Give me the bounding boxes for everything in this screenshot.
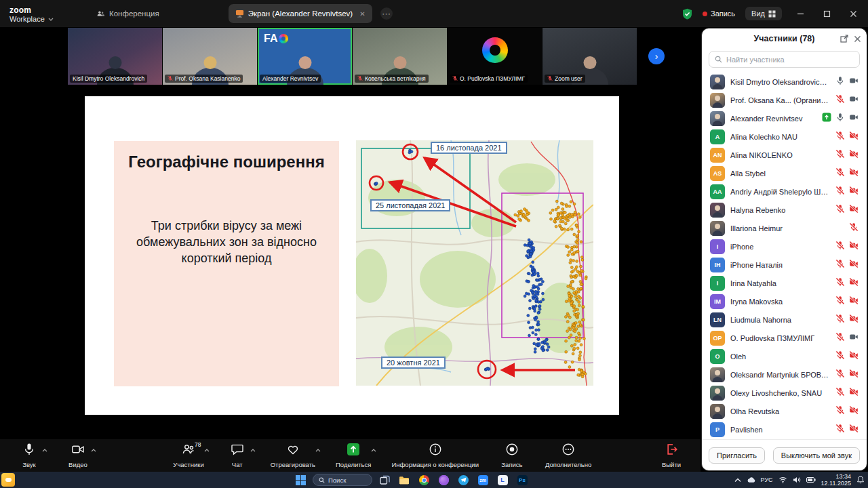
volume-icon[interactable] xyxy=(793,476,801,483)
mic-toolbar-button[interactable]: Звук xyxy=(14,439,45,472)
taskbar-search[interactable]: Поиск xyxy=(313,474,372,486)
participant-row[interactable]: IHiPhone Наталія xyxy=(706,256,863,274)
participant-row[interactable]: Illariona Heimur xyxy=(706,219,863,237)
chevron-up-icon[interactable] xyxy=(315,443,321,455)
zoom-control-toolbar: ЗвукВидео 78УчастникиЧатОтреагироватьПод… xyxy=(0,439,701,472)
participant-row[interactable]: AAAndriy Андрій Shelepylo Шелепило xyxy=(706,182,863,201)
participant-avatar xyxy=(710,404,725,419)
popout-icon[interactable] xyxy=(840,35,848,43)
chrome-taskbar-icon[interactable] xyxy=(416,472,431,487)
participants-panel-title: Участники (78) xyxy=(754,34,815,43)
tab-conference[interactable]: Конференция xyxy=(90,4,166,23)
participant-row[interactable]: IMIryna Makovska xyxy=(706,292,863,310)
next-participants-button[interactable]: › xyxy=(648,48,665,64)
chevron-up-icon[interactable] xyxy=(371,443,376,455)
tray-expand-icon[interactable] xyxy=(734,478,741,483)
participant-row[interactable]: Prof. Oksana Ka... (Организатор) xyxy=(706,91,863,109)
participant-avatar xyxy=(710,386,725,401)
chat-icon xyxy=(231,443,244,459)
chevron-up-icon[interactable] xyxy=(42,443,47,455)
people-toolbar-button[interactable]: 78Участники xyxy=(170,439,206,472)
participant-row[interactable]: Oleksandr Martyniuk БРОВАФАРМА xyxy=(706,365,863,384)
view-label: Вид xyxy=(751,9,765,18)
participant-row[interactable]: OPO. Pudlovska ПЗМУЛІМГ xyxy=(706,329,863,347)
participant-row[interactable]: Alexander Revnivtsev xyxy=(706,109,863,127)
chevron-up-icon[interactable] xyxy=(91,443,96,455)
more-toolbar-button[interactable]: Дополнительно xyxy=(542,439,594,472)
chevron-up-icon[interactable] xyxy=(204,443,210,455)
record-toolbar-button[interactable]: Запись xyxy=(496,439,528,472)
workplace-logo-text: Workplace xyxy=(9,16,45,24)
clock[interactable]: 13:34 12.11.2025 xyxy=(821,473,851,487)
tile-name-label: Kisil Dmytro Oleksandrovich xyxy=(70,75,147,83)
participant-row[interactable]: Olha Revutska xyxy=(706,402,863,420)
language-indicator[interactable]: РУС xyxy=(761,476,773,483)
video-toolbar-button[interactable]: Видео xyxy=(62,439,94,472)
video-tile[interactable]: FAAlexander Revnivtsev xyxy=(258,28,352,85)
video-tile[interactable]: Zoom user xyxy=(542,28,637,85)
search-input[interactable] xyxy=(726,56,854,64)
battery-icon[interactable] xyxy=(806,477,816,483)
folder-taskbar-icon[interactable] xyxy=(397,472,412,487)
close-tab-icon[interactable]: ✕ xyxy=(359,10,365,18)
start-taskbar-icon[interactable] xyxy=(293,472,308,487)
video-icon xyxy=(71,443,85,459)
recording-indicator[interactable]: Запись xyxy=(703,9,735,18)
chevron-up-icon[interactable] xyxy=(250,443,256,455)
wifi-icon[interactable] xyxy=(778,476,787,483)
participant-name: Irina Natyahla xyxy=(730,279,830,287)
security-shield-icon[interactable] xyxy=(682,8,692,20)
mute-my-audio-button[interactable]: Выключить мой звук xyxy=(773,447,860,464)
close-panel-icon[interactable] xyxy=(854,35,861,43)
leave-toolbar-button[interactable]: Выйти xyxy=(656,439,687,472)
video-tile[interactable]: Kisil Dmytro Oleksandrovich xyxy=(68,28,162,85)
participant-row[interactable]: OOleh xyxy=(706,347,863,365)
participant-status-icons xyxy=(835,167,859,180)
participant-avatar: I xyxy=(710,276,725,291)
media-taskbar-icon[interactable] xyxy=(436,472,451,487)
participant-row[interactable]: ANAlina NIKOLENKO xyxy=(706,146,863,164)
video-tile[interactable]: Ковельська ветлікарня xyxy=(353,28,447,85)
invite-button[interactable]: Пригласить xyxy=(709,447,765,464)
info-toolbar-button[interactable]: Информация о конференции xyxy=(389,439,481,472)
participant-row[interactable]: Kisil Dmytro Oleksandrovich (Я) xyxy=(706,73,863,91)
minimize-button[interactable] xyxy=(792,5,808,22)
docs-taskbar-icon[interactable]: L xyxy=(495,472,510,487)
task-view-taskbar-icon[interactable] xyxy=(377,472,392,487)
participant-row[interactable]: IIrina Natyahla xyxy=(706,274,863,292)
mic-muted-icon xyxy=(835,277,845,289)
mic-muted-icon xyxy=(835,387,845,399)
outbreak-map: 16 листопада 2021 25 листопадая 2021 20 … xyxy=(356,140,593,386)
tile-name-label: Alexander Revnivtsev xyxy=(260,75,321,83)
view-button[interactable]: Вид xyxy=(745,7,782,20)
chat-toolbar-button[interactable]: Чат xyxy=(222,439,253,472)
close-window-button[interactable] xyxy=(845,5,861,22)
participant-row[interactable]: LNLiudmula Nahorna xyxy=(706,310,863,329)
participant-row[interactable]: AAlina Kolechko NAU xyxy=(706,127,863,146)
toolbar-item-label: Видео xyxy=(68,461,87,468)
more-tabs-button[interactable]: ⋯ xyxy=(380,7,393,20)
taskbar-tray: РУС 13:34 12.11.2025 xyxy=(734,472,865,488)
camera-off-icon xyxy=(849,277,859,289)
maximize-button[interactable] xyxy=(818,5,835,22)
participants-list: Kisil Dmytro Oleksandrovich (Я)Prof. Oks… xyxy=(702,73,867,439)
react-toolbar-button[interactable]: Отреагировать xyxy=(268,439,318,472)
share-toolbar-button[interactable]: Поделиться xyxy=(333,439,374,472)
participant-row[interactable]: PPavlishen xyxy=(706,420,863,439)
notifications-icon[interactable] xyxy=(856,476,865,484)
telegram-taskbar-icon[interactable] xyxy=(456,472,471,487)
photoshop-taskbar-icon[interactable]: Ps xyxy=(515,472,530,487)
participant-row[interactable]: Halyna Rebenko xyxy=(706,201,863,219)
weather-widget-icon[interactable] xyxy=(1,473,15,487)
participant-name: Alexander Revnivtsev xyxy=(730,115,816,123)
tab-screen-share[interactable]: Экран (Alexander Revnivtsev) ✕ xyxy=(229,4,372,23)
participant-row[interactable]: Olexy Livoshchenko, SNAU xyxy=(706,384,863,402)
cloud-icon[interactable] xyxy=(747,476,755,483)
video-tile[interactable]: O. Pudlovska ПЗМУЛІМГ xyxy=(448,28,542,85)
zoom-taskbar-icon[interactable]: zm xyxy=(475,472,490,487)
video-tile[interactable]: Prof. Oksana Kasianenko xyxy=(163,28,257,85)
zoom-workplace-logo[interactable]: zoom Workplace xyxy=(9,4,75,23)
camera-icon xyxy=(849,94,859,106)
participant-row[interactable]: IiPhone xyxy=(706,237,863,256)
participant-row[interactable]: ASAlla Stybel xyxy=(706,164,863,182)
